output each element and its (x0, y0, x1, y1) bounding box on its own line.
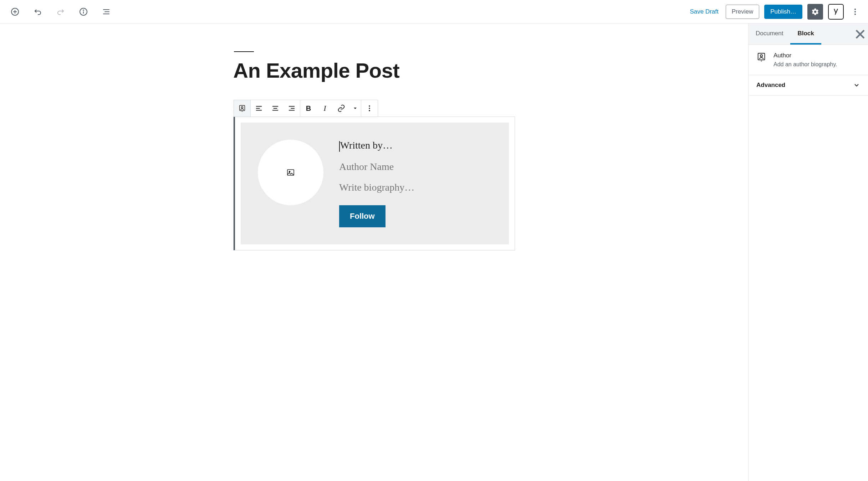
more-vertical-icon (851, 7, 859, 16)
topbar-right-tools: Save Draft Preview Publish… (688, 4, 862, 20)
avatar-placeholder[interactable] (258, 140, 323, 205)
bold-button[interactable]: B (300, 100, 317, 117)
gear-icon (811, 8, 819, 16)
author-fields: Written by… Author Name Write biography…… (339, 140, 492, 227)
italic-button[interactable]: I (317, 100, 333, 117)
written-by-placeholder: Written by… (340, 140, 393, 151)
align-center-button[interactable] (267, 100, 284, 117)
svg-point-27 (289, 171, 290, 172)
more-menu-button[interactable] (849, 5, 862, 18)
block-description-panel: Author Add an author biography. (749, 45, 868, 75)
align-left-icon (255, 104, 263, 112)
outline-icon (102, 7, 111, 16)
block-desc-text: Author Add an author biography. (773, 52, 837, 68)
redo-icon (56, 7, 65, 16)
more-vertical-icon (366, 104, 373, 112)
block-desc-icon-wrap (756, 52, 766, 68)
editor-top-bar: Save Draft Preview Publish… (0, 0, 868, 24)
chevron-down-icon (353, 106, 357, 110)
author-name-field[interactable]: Author Name (339, 161, 492, 172)
advanced-panel-toggle[interactable]: Advanced (749, 75, 868, 95)
close-icon (852, 26, 868, 42)
author-block-icon (756, 52, 766, 62)
svg-point-11 (854, 14, 856, 15)
info-icon (79, 7, 88, 16)
link-icon (337, 104, 345, 112)
block-navigation-button[interactable] (100, 5, 113, 18)
editor-main: An Example Post Here's a paragraph (0, 24, 868, 481)
follow-button[interactable]: Follow (339, 205, 386, 227)
undo-icon (34, 7, 42, 16)
align-right-button[interactable] (284, 100, 300, 117)
author-block-icon (238, 104, 246, 112)
block-desc-subtitle: Add an author biography. (773, 61, 837, 68)
svg-point-23 (369, 105, 370, 107)
align-center-icon (271, 104, 279, 112)
undo-button[interactable] (31, 5, 44, 18)
tab-document[interactable]: Document (749, 24, 790, 45)
align-left-button[interactable] (251, 100, 267, 117)
sidebar-tabs: Document Block (749, 24, 868, 45)
svg-point-25 (369, 110, 370, 112)
settings-toggle[interactable] (807, 4, 823, 20)
svg-point-24 (369, 108, 370, 109)
author-name-placeholder: Author Name (339, 161, 394, 172)
post-content: An Example Post Here's a paragraph (233, 24, 515, 250)
post-title[interactable]: An Example Post (233, 58, 515, 82)
redo-button (54, 5, 67, 18)
align-right-icon (288, 104, 296, 112)
author-card: Written by… Author Name Write biography…… (241, 123, 509, 244)
written-by-field[interactable]: Written by… (339, 140, 492, 152)
advanced-panel-title: Advanced (756, 82, 785, 89)
editor-canvas[interactable]: An Example Post Here's a paragraph (0, 24, 748, 481)
chevron-down-icon (853, 82, 860, 89)
block-desc-title: Author (773, 52, 837, 59)
sidebar-close-button[interactable] (852, 26, 868, 42)
bold-icon: B (306, 104, 311, 113)
title-rule (234, 51, 254, 52)
content-info-button[interactable] (77, 5, 90, 18)
yoast-toggle[interactable] (828, 4, 844, 20)
text-cursor (339, 141, 340, 152)
biography-placeholder: Write biography… (339, 182, 414, 193)
biography-field[interactable]: Write biography… (339, 182, 492, 193)
block-more-options-button[interactable] (361, 100, 378, 117)
tab-block[interactable]: Block (790, 24, 821, 45)
svg-point-9 (854, 9, 856, 10)
save-draft-button[interactable]: Save Draft (688, 6, 720, 17)
more-formatting-button[interactable] (349, 100, 361, 117)
author-block: Written by… Author Name Write biography…… (235, 117, 515, 250)
svg-point-10 (854, 11, 856, 12)
svg-point-13 (241, 107, 243, 108)
italic-icon: I (323, 104, 326, 113)
image-icon (286, 168, 295, 177)
publish-button[interactable]: Publish… (764, 5, 802, 19)
svg-point-5 (83, 10, 84, 10)
plus-circle-icon (11, 7, 19, 16)
block-type-button[interactable] (234, 100, 250, 117)
block-body: Written by… Author Name Write biography…… (234, 117, 515, 250)
settings-sidebar: Document Block Author Add an author biog… (748, 24, 868, 481)
preview-button[interactable]: Preview (726, 5, 759, 19)
block-toolbar: B I (234, 100, 378, 117)
yoast-icon (832, 8, 840, 16)
author-block-wrapper[interactable]: B I (233, 117, 515, 250)
add-block-button[interactable] (9, 5, 21, 18)
topbar-left-tools (6, 5, 113, 18)
link-button[interactable] (333, 100, 349, 117)
svg-point-31 (760, 55, 762, 57)
